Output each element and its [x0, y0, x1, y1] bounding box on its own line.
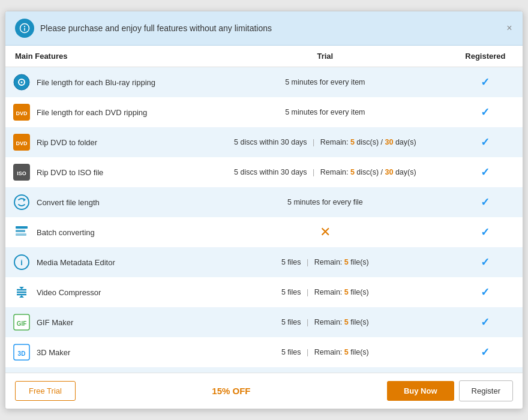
svg-marker-13: [23, 198, 26, 202]
table-header-row: Main Features Trial Registered: [5, 46, 523, 67]
trial-cell-compress: 5 files | Remain: 5 file(s): [202, 277, 448, 307]
feature-cell-enhance: Video Enhancer: [5, 367, 202, 373]
trial-remain: Remain: 5 file(s): [314, 258, 369, 266]
dvd-folder-icon: DVD: [13, 133, 31, 151]
svg-text:3D: 3D: [18, 350, 26, 357]
trial-cell-enhance: 5 files | Remain: 5 file(s): [202, 367, 448, 373]
close-button[interactable]: ×: [503, 22, 515, 34]
svg-marker-23: [19, 295, 24, 298]
check-icon: ✓: [481, 196, 490, 208]
registered-cell-gif: ✓: [448, 307, 523, 337]
registered-cell-3d: ✓: [448, 337, 523, 367]
feature-cell-dvd-rip: DVD File length for each DVD ripping: [5, 97, 202, 127]
trial-cell-bluray: 5 minutes for every item: [202, 67, 448, 98]
trial-main: 5 files: [281, 288, 301, 296]
trial-remain: Remain: 5 disc(s) / 30 day(s): [320, 138, 416, 146]
dvd-icon: DVD: [13, 103, 31, 121]
svg-point-5: [21, 82, 23, 83]
discount-label: 15% OFF: [212, 386, 250, 396]
feature-cell-gif: GIF GIF Maker: [5, 307, 202, 337]
convert-icon: [13, 193, 31, 211]
trial-main: 5 discs within 30 days: [234, 138, 307, 146]
feature-label: 3D Maker: [37, 348, 70, 357]
table-row: DVD Rip DVD to folder 5 discs within 30 …: [5, 127, 523, 157]
gif-icon: GIF: [13, 313, 31, 331]
dialog-footer: Free Trial 15% OFF Buy Now Register: [5, 373, 523, 409]
trial-cell-dvd-rip: 5 minutes for every item: [202, 97, 448, 127]
table-row: File length for each Blu-ray ripping 5 m…: [5, 67, 523, 98]
check-icon: ✓: [481, 226, 490, 238]
feature-cell-dvd-folder: DVD Rip DVD to folder: [5, 127, 202, 157]
trial-main: 5 minutes for every item: [285, 78, 365, 86]
3d-icon: 3D: [13, 343, 31, 361]
feature-cell-compress: Video Compressor: [5, 277, 202, 307]
table-row: DVD File length for each DVD ripping 5 m…: [5, 97, 523, 127]
check-icon: ✓: [481, 316, 490, 328]
batch-icon: [13, 223, 31, 241]
svg-rect-15: [16, 230, 25, 232]
feature-cell-batch: Batch converting: [5, 217, 202, 247]
col-header-feature: Main Features: [5, 46, 202, 67]
check-icon: ✓: [481, 286, 490, 298]
trial-main: 5 discs within 30 days: [234, 168, 307, 176]
registered-cell-bluray: ✓: [448, 67, 523, 98]
dialog-header: Please purchase and enjoy full features …: [5, 11, 523, 46]
feature-label: Batch converting: [37, 228, 95, 237]
table-row: Video Compressor 5 files | Remain: 5 fil…: [5, 277, 523, 307]
table-row: Video Enhancer 5 files | Remain: 5 file(…: [5, 367, 523, 373]
check-icon: ✓: [481, 106, 490, 118]
col-header-trial: Trial: [202, 46, 448, 67]
header-message: Please purchase and enjoy full features …: [40, 23, 513, 33]
free-trial-button[interactable]: Free Trial: [15, 381, 76, 401]
footer-right-buttons: Buy Now Register: [387, 380, 513, 401]
feature-label: Video Compressor: [37, 288, 101, 297]
bluray-icon: [13, 73, 31, 91]
trial-main: 5 files: [281, 348, 301, 356]
check-icon: ✓: [481, 136, 490, 148]
registered-cell-metadata: ✓: [448, 247, 523, 277]
trial-remain: Remain: 5 file(s): [314, 348, 369, 356]
check-icon: ✓: [481, 76, 490, 88]
feature-cell-3d: 3D 3D Maker: [5, 337, 202, 367]
svg-text:DVD: DVD: [16, 140, 28, 146]
svg-marker-22: [19, 287, 24, 289]
trial-cell-gif: 5 files | Remain: 5 file(s): [202, 307, 448, 337]
metadata-icon: i: [13, 253, 31, 271]
trial-main: 5 minutes for every item: [285, 108, 365, 116]
buy-now-button[interactable]: Buy Now: [387, 381, 454, 401]
main-dialog: Please purchase and enjoy full features …: [5, 11, 523, 409]
trial-cell-dvd-folder: 5 discs within 30 days | Remain: 5 disc(…: [202, 127, 448, 157]
feature-label: Rip DVD to ISO file: [37, 168, 103, 177]
trial-main: 5 files: [281, 318, 301, 326]
check-icon: ✓: [481, 346, 490, 358]
feature-label: File length for each Blu-ray ripping: [37, 78, 155, 87]
col-header-registered: Registered: [448, 46, 523, 67]
trial-cell-convert: 5 minutes for every file: [202, 187, 448, 217]
registered-cell-dvd-rip: ✓: [448, 97, 523, 127]
table-row: i Media Metadata Editor 5 files | Remain…: [5, 247, 523, 277]
svg-point-12: [14, 195, 29, 209]
registered-cell-batch: ✓: [448, 217, 523, 247]
svg-text:i: i: [20, 258, 23, 267]
trial-cell-metadata: 5 files | Remain: 5 file(s): [202, 247, 448, 277]
feature-cell-dvd-iso: ISO Rip DVD to ISO file: [5, 157, 202, 187]
registered-cell-dvd-folder: ✓: [448, 127, 523, 157]
trial-cell-3d: 5 files | Remain: 5 file(s): [202, 337, 448, 367]
svg-point-1: [24, 26, 25, 27]
features-table-container: Main Features Trial Registered File leng…: [5, 46, 523, 373]
table-row: GIF GIF Maker 5 files | Remain: 5 file(s…: [5, 307, 523, 337]
feature-label: GIF Maker: [37, 318, 73, 327]
svg-text:DVD: DVD: [16, 110, 28, 116]
svg-rect-14: [16, 226, 28, 229]
trial-cell-dvd-iso: 5 discs within 30 days | Remain: 5 disc(…: [202, 157, 448, 187]
feature-cell-metadata: i Media Metadata Editor: [5, 247, 202, 277]
registered-cell-dvd-iso: ✓: [448, 157, 523, 187]
registered-cell-convert: ✓: [448, 187, 523, 217]
feature-cell-bluray: File length for each Blu-ray ripping: [5, 67, 202, 98]
feature-label: File length for each DVD ripping: [37, 108, 147, 117]
svg-rect-16: [16, 233, 26, 236]
trial-remain: Remain: 5 file(s): [314, 318, 369, 326]
trial-cell-batch: ✕: [202, 217, 448, 247]
register-button[interactable]: Register: [459, 380, 513, 401]
table-row: Batch converting ✕✓: [5, 217, 523, 247]
